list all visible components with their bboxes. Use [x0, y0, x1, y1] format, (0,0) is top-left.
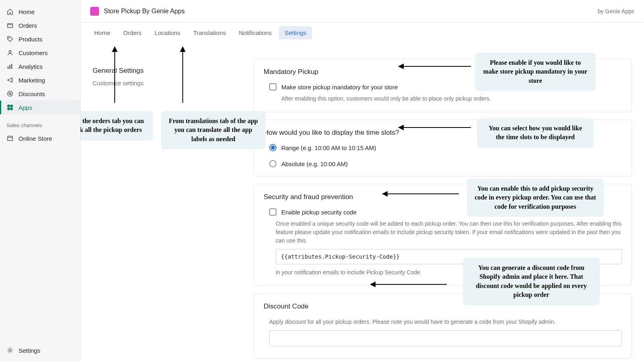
topbar: Store Pickup By Genie Apps by Genie Apps [80, 0, 644, 23]
callout-orders: From the orders tab you can check all th… [80, 111, 153, 140]
tab-locations[interactable]: Locations [149, 26, 186, 39]
radio-range[interactable] [269, 144, 277, 151]
callout-translations: From translations tab of the app you can… [161, 111, 266, 149]
svg-rect-10 [10, 105, 12, 107]
marketing-icon [6, 76, 14, 84]
annotation-arrow [382, 193, 459, 194]
sidebar-settings-label: Settings [19, 347, 40, 354]
help-text: After enabling this option, customers wo… [281, 95, 622, 103]
discounts-icon [6, 90, 14, 97]
sidebar-item-label: Orders [19, 22, 37, 29]
sidebar: Home Orders Products Customers Analytics… [0, 0, 80, 362]
help-text: Once enabled a unique security code will… [276, 220, 622, 245]
callout-security: You can enable this to add pickup securi… [467, 179, 604, 217]
annotation-arrow [398, 66, 471, 67]
tab-orders[interactable]: Orders [118, 26, 147, 39]
gear-icon [6, 347, 14, 354]
apps-icon [6, 104, 14, 111]
svg-rect-11 [8, 108, 10, 110]
sidebar-item-apps[interactable]: Apps [0, 101, 80, 114]
customers-icon [6, 49, 14, 56]
svg-rect-3 [8, 66, 9, 69]
sidebar-item-online-store[interactable]: Online Store [0, 132, 80, 145]
radio-label: Range (e.g. 10:00 AM to 10:15 AM) [281, 144, 376, 151]
sidebar-item-label: Customers [19, 49, 48, 56]
svg-rect-12 [10, 108, 12, 110]
svg-rect-0 [8, 24, 13, 28]
annotation-arrow [114, 47, 115, 103]
sidebar-item-label: Home [19, 8, 35, 15]
sidebar-item-orders[interactable]: Orders [0, 19, 80, 32]
help-text: Apply discount for all your pickup order… [269, 318, 622, 326]
checkbox-label: Make store pickup mandatory for your sto… [281, 84, 398, 90]
sidebar-item-customers[interactable]: Customers [0, 46, 80, 60]
checkbox-security-code[interactable] [269, 208, 277, 216]
home-icon [6, 8, 14, 15]
sidebar-item-analytics[interactable]: Analytics [0, 60, 80, 73]
app-byline: by Genie Apps [598, 8, 634, 14]
tab-translations[interactable]: Translations [188, 26, 231, 39]
sidebar-item-discounts[interactable]: Discounts [0, 87, 80, 101]
sidebar-item-products[interactable]: Products [0, 32, 80, 46]
sidebar-section-label: Sales channels [0, 119, 80, 132]
annotation-arrow [182, 47, 183, 103]
callout-mandatory: Please enable if you would like to make … [475, 53, 596, 91]
annotation-arrow [398, 127, 471, 128]
svg-rect-9 [8, 105, 10, 107]
svg-point-1 [8, 37, 9, 38]
tab-settings[interactable]: Settings [279, 26, 312, 39]
app-tabs: Home Orders Locations Translations Notif… [80, 23, 644, 43]
sidebar-item-settings[interactable]: Settings [0, 343, 80, 357]
discount-code-input[interactable] [269, 330, 622, 346]
svg-point-7 [9, 93, 10, 93]
sidebar-item-label: Products [19, 36, 42, 43]
svg-rect-4 [9, 65, 10, 69]
svg-rect-5 [11, 64, 12, 69]
radio-absolute[interactable] [269, 160, 277, 167]
svg-point-8 [10, 94, 11, 95]
checkbox-label: Enable pickup security code [281, 209, 357, 216]
sidebar-item-label: Discounts [19, 90, 45, 97]
sidebar-item-home[interactable]: Home [0, 5, 80, 19]
app-icon [90, 7, 99, 16]
sidebar-item-label: Apps [19, 104, 32, 111]
tab-home[interactable]: Home [89, 26, 116, 39]
sidebar-item-marketing[interactable]: Marketing [0, 73, 80, 87]
sidebar-item-label: Online Store [19, 135, 52, 142]
products-icon [6, 35, 14, 43]
sidebar-item-label: Analytics [19, 63, 43, 70]
checkbox-mandatory[interactable] [269, 83, 277, 90]
app-title: Store Pickup By Genie Apps [104, 8, 185, 15]
annotation-arrow [370, 284, 447, 285]
orders-icon [6, 22, 14, 29]
tab-notifications[interactable]: Notifications [233, 26, 277, 39]
sidebar-item-label: Marketing [19, 77, 45, 84]
callout-discount: You can generate a discount code from Sh… [463, 258, 600, 305]
svg-point-2 [9, 51, 11, 53]
callout-timeslots: You can select how you would like the ti… [477, 118, 594, 148]
svg-point-13 [9, 349, 11, 351]
analytics-icon [6, 63, 14, 70]
radio-label: Absolute (e.g. 10:00 AM) [281, 160, 348, 167]
store-icon [6, 135, 14, 142]
